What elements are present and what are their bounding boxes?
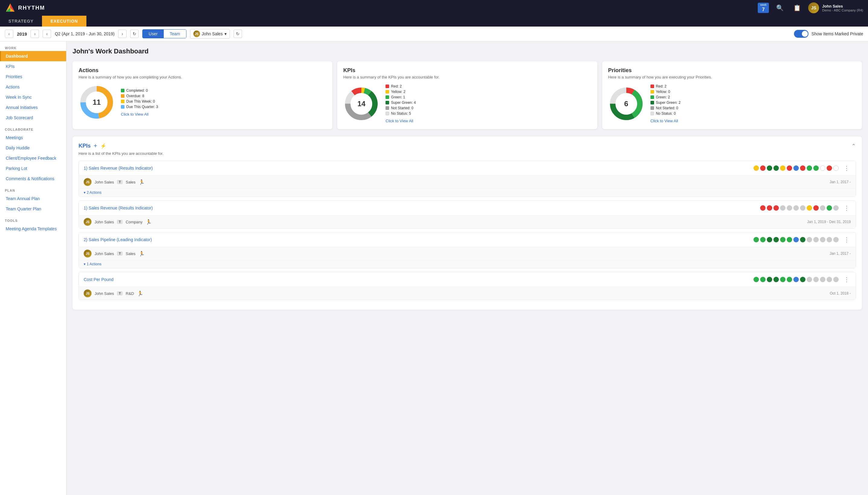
sidebar-item-priorities[interactable]: Priorities xyxy=(0,71,66,82)
kpi-3-dots xyxy=(178,237,839,242)
priorities-donut-center: 6 xyxy=(624,100,628,108)
sidebar-item-meetings[interactable]: Meetings xyxy=(0,133,66,143)
dot xyxy=(800,237,805,242)
quarter-next-button[interactable]: › xyxy=(118,30,127,38)
year-prev-button[interactable]: ‹ xyxy=(5,30,13,38)
document-button[interactable]: 📋 xyxy=(791,3,803,13)
kpi-4-title[interactable]: Cost Per Pound xyxy=(84,277,174,282)
kpi-4-menu-button[interactable]: ⋮ xyxy=(842,276,851,283)
dot xyxy=(833,277,839,282)
sidebar-item-job-scorecard[interactable]: Job Scorecard xyxy=(0,113,66,123)
quarter-prev-button[interactable]: ‹ xyxy=(43,30,51,38)
kpi-2-dept: Company xyxy=(126,220,143,224)
kpis-card-legend: Red: 2 Yellow: 2 Green: 1 Super Green: 4… xyxy=(386,84,416,116)
search-button[interactable]: 🔍 xyxy=(774,3,786,13)
dot xyxy=(813,205,819,211)
dot xyxy=(780,277,786,282)
dot xyxy=(807,205,812,211)
legend-dot-due-week xyxy=(121,100,125,103)
kpi-3-title[interactable]: 2) Sales Pipeline (Leading Indicator) xyxy=(84,237,174,242)
sidebar: WORK Dashboard KPIs Priorities Actions W… xyxy=(0,41,66,495)
priorities-card-body: 6 Red: 2 Yellow: 0 Green: 2 Super Green:… xyxy=(608,84,856,123)
actions-click-link[interactable]: Click to View All xyxy=(121,112,158,117)
priorities-summary-card: Priorities Here is a summary of how you … xyxy=(602,61,862,129)
kpi-2-date: Jan 1, 2019 - Dec 31, 2019 xyxy=(807,220,851,224)
kpi-2-owner-avatar: JS xyxy=(84,218,92,226)
logo-text: RHYTHM xyxy=(18,5,45,11)
kpi-2-team-badge: T xyxy=(117,220,122,224)
kpi-3-menu-button[interactable]: ⋮ xyxy=(842,236,851,243)
kpis-click-link[interactable]: Click to View All xyxy=(386,119,416,123)
kpi-1-dept: Sales xyxy=(126,180,136,184)
tab-execution[interactable]: EXECUTION xyxy=(42,16,86,27)
sidebar-item-client-feedback[interactable]: Client/Employee Feedback xyxy=(0,153,66,163)
priorities-click-link[interactable]: Click to View All xyxy=(651,119,681,123)
legend-item: Completed: 0 xyxy=(121,88,158,93)
kpi-1-chevron-icon: ▾ xyxy=(84,190,85,195)
user-selector[interactable]: JS John Sales ▾ xyxy=(190,29,230,39)
kpi-3-owner-avatar: JS xyxy=(84,250,92,257)
sidebar-item-comments-notifications[interactable]: Comments & Notifications xyxy=(0,173,66,184)
sidebar-item-kpis[interactable]: KPIs xyxy=(0,61,66,71)
dot xyxy=(813,237,819,242)
kpis-summary-card: KPIs Here is a summary of the KPIs you a… xyxy=(337,61,597,129)
sidebar-item-dashboard[interactable]: Dashboard xyxy=(0,51,66,61)
legend-item: Due This Week: 0 xyxy=(121,99,158,104)
dot xyxy=(760,166,766,171)
sidebar-section-plan: PLAN xyxy=(0,184,66,193)
kpi-1-team-badge: T xyxy=(117,180,122,184)
view-team-button[interactable]: Team xyxy=(164,30,186,38)
priorities-legend: Red: 2 Yellow: 0 Green: 2 Super Green: 2… xyxy=(651,84,681,123)
refresh-button[interactable]: ↻ xyxy=(130,30,139,38)
kpi-filter-button[interactable]: ⚡ xyxy=(100,143,107,149)
kpi-1-title[interactable]: 1) Sales Revenue (Results Indicator) xyxy=(84,166,174,171)
kpi-add-button[interactable]: + xyxy=(94,142,97,149)
kpi-4-date: Oct 1, 2018 - xyxy=(830,291,851,295)
dot xyxy=(807,277,812,282)
sidebar-item-parking-lot[interactable]: Parking Lot xyxy=(0,163,66,173)
dot xyxy=(787,277,792,282)
year-next-button[interactable]: › xyxy=(31,30,39,38)
kpi-3-date: Jan 1, 2017 - xyxy=(830,252,851,256)
dot xyxy=(793,277,799,282)
sidebar-item-actions[interactable]: Actions xyxy=(0,82,66,92)
secondary-nav: ‹ 2019 › ‹ Q2 (Apr 1, 2019 - Jun 30, 201… xyxy=(0,27,868,41)
user-refresh-button[interactable]: ↻ xyxy=(233,30,242,38)
sidebar-item-meeting-agenda-templates[interactable]: Meeting Agenda Templates xyxy=(0,224,66,234)
tab-strategy[interactable]: STRATEGY xyxy=(0,16,42,27)
view-user-button[interactable]: User xyxy=(143,30,164,38)
user-selector-chevron: ▾ xyxy=(225,31,227,36)
sidebar-item-daily-huddle[interactable]: Daily Huddle xyxy=(0,143,66,153)
dot xyxy=(807,237,812,242)
sidebar-item-week-in-sync[interactable]: Week In Sync xyxy=(0,92,66,102)
kpi-1-actions-toggle[interactable]: ▾ 2 Actions xyxy=(79,188,856,197)
sidebar-section-tools: TOOLS xyxy=(0,214,66,224)
sidebar-item-annual-initiatives[interactable]: Annual Initiatives xyxy=(0,102,66,113)
avatar: JS xyxy=(808,2,819,13)
kpis-card-title: KPIs xyxy=(343,67,591,74)
year-label: 2019 xyxy=(17,31,27,36)
kpi-2-title[interactable]: 1) Sales Revenue (Results Indicator) xyxy=(84,206,174,210)
dot xyxy=(820,277,825,282)
kpi-4-dots xyxy=(178,277,839,282)
page-title: John's Work Dashboard xyxy=(72,47,862,55)
actions-card-legend: Completed: 0 Overdue: 8 Due This Week: 0 xyxy=(121,88,158,109)
kpi-collapse-button[interactable]: ⌃ xyxy=(851,143,856,149)
kpi-2-menu-button[interactable]: ⋮ xyxy=(842,204,851,211)
kpi-4-owner: John Sales xyxy=(95,291,114,296)
kpi-3-actions-toggle[interactable]: ▾ 1 Actions xyxy=(79,260,856,268)
dot xyxy=(773,166,779,171)
kpi-4-dept: R&D xyxy=(126,291,134,296)
kpi-row-4: Cost Per Pound xyxy=(79,272,856,300)
kpi-row-2: 1) Sales Revenue (Results Indicator) xyxy=(79,201,856,228)
kpis-section-header: KPIs + ⚡ ⌃ xyxy=(79,142,856,149)
dot xyxy=(753,277,759,282)
private-toggle[interactable] xyxy=(794,30,808,38)
sidebar-item-team-annual-plan[interactable]: Team Annual Plan xyxy=(0,193,66,204)
kpi-1-menu-button[interactable]: ⋮ xyxy=(842,165,851,172)
sidebar-section-work: WORK xyxy=(0,41,66,51)
actions-summary-card: Actions Here is a summary of how you are… xyxy=(72,61,332,129)
actions-legend: Completed: 0 Overdue: 8 Due This Week: 0 xyxy=(121,88,158,117)
top-nav: RHYTHM week 7 🔍 📋 JS John Sales Demo - A… xyxy=(0,0,868,16)
sidebar-item-team-quarter-plan[interactable]: Team Quarter Plan xyxy=(0,204,66,214)
